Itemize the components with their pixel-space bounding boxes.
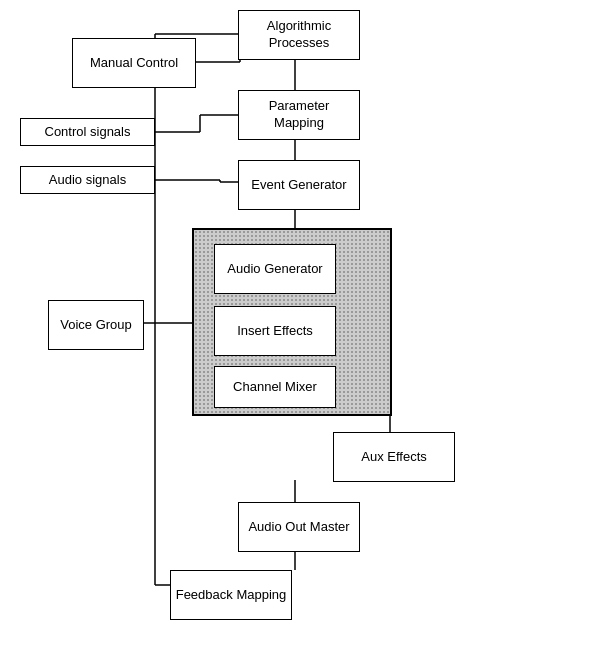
voice-group-box: Voice Group bbox=[48, 300, 144, 350]
audio-signals-box: Audio signals bbox=[20, 166, 155, 194]
feedback-mapping-box: Feedback Mapping bbox=[170, 570, 292, 620]
event-generator-box: Event Generator bbox=[238, 160, 360, 210]
aux-effects-box: Aux Effects bbox=[333, 432, 455, 482]
audio-out-master-label: Audio Out Master bbox=[248, 519, 349, 536]
parameter-mapping-box: Parameter Mapping bbox=[238, 90, 360, 140]
parameter-mapping-label: Parameter Mapping bbox=[243, 98, 355, 132]
channel-mixer-label: Channel Mixer bbox=[233, 379, 317, 396]
aux-effects-label: Aux Effects bbox=[361, 449, 427, 466]
diagram: Algorithmic Processes Parameter Mapping … bbox=[0, 0, 600, 660]
channel-mixer-box: Channel Mixer bbox=[214, 366, 336, 408]
audio-generator-box: Audio Generator bbox=[214, 244, 336, 294]
feedback-mapping-label: Feedback Mapping bbox=[176, 587, 287, 604]
algorithmic-processes-box: Algorithmic Processes bbox=[238, 10, 360, 60]
event-generator-label: Event Generator bbox=[251, 177, 346, 194]
voice-group-label: Voice Group bbox=[60, 317, 132, 334]
algorithmic-processes-label: Algorithmic Processes bbox=[243, 18, 355, 52]
audio-out-master-box: Audio Out Master bbox=[238, 502, 360, 552]
manual-control-label: Manual Control bbox=[90, 55, 178, 72]
control-signals-label: Control signals bbox=[45, 124, 131, 141]
manual-control-box: Manual Control bbox=[72, 38, 196, 88]
audio-signals-label: Audio signals bbox=[49, 172, 126, 189]
audio-generator-label: Audio Generator bbox=[227, 261, 322, 278]
stipple-container: Audio Generator Insert Effects Channel M… bbox=[192, 228, 392, 416]
insert-effects-label: Insert Effects bbox=[237, 323, 313, 340]
insert-effects-box: Insert Effects bbox=[214, 306, 336, 356]
control-signals-box: Control signals bbox=[20, 118, 155, 146]
